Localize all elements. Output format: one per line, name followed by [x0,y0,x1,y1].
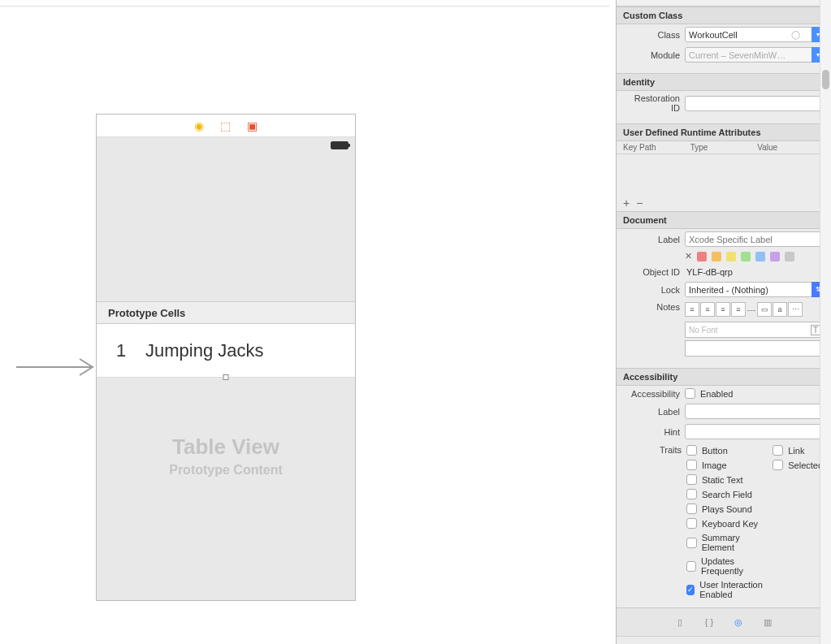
trait-image-checkbox[interactable] [686,460,697,470]
lock-select[interactable] [685,282,815,297]
udra-table[interactable] [617,154,831,195]
swatch-green[interactable] [741,252,751,261]
trait-uie-checkbox[interactable]: ✓ [686,585,695,595]
library-tab-object-icon[interactable]: ◎ [731,615,746,629]
inspector-scrollbar[interactable] [820,0,831,644]
section-accessibility: Accessibility [617,368,831,386]
udra-columns: Key Path Type Value [617,141,831,154]
ax-accessibility-label: Accessibility [623,389,680,399]
object-id-value: YLF-dB-qrp [685,267,733,277]
notes-text-field[interactable] [685,340,825,357]
ax-hint-input[interactable] [685,424,825,439]
inspector-panel: Custom Class Class ◯ ▾ Module ▾ Identity… [616,0,831,644]
device-frame[interactable]: ◉ ⬚ ▣ Prototype Cells 1 Jumping Jacks Ta… [96,114,356,601]
section-document: Document [617,211,831,229]
swatch-yellow[interactable] [726,252,736,261]
library-item-label[interactable]: Label Label - A variably sized amount of… [617,636,831,644]
module-label: Module [623,50,680,60]
class-label: Class [623,30,680,40]
library-tab-code-icon[interactable]: { } [702,615,716,629]
notes-a-icon[interactable]: a [773,302,787,317]
object-id-label: Object ID [623,267,680,277]
device-toolbar: ◉ ⬚ ▣ [97,115,355,137]
ax-label-label: Label [623,407,680,417]
tableview-subtitle: Prototype Content [97,463,355,478]
udra-add-button[interactable]: + [623,197,630,210]
udra-col-value: Value [757,143,825,152]
trait-button-checkbox[interactable] [686,445,697,456]
module-input[interactable] [685,47,815,63]
cell-number-label: 1 [97,340,145,361]
scene-icon-1[interactable]: ◉ [194,119,204,132]
cell-title-label: Jumping Jacks [145,340,264,361]
trait-updates-label: Updates Frequently [701,556,773,576]
section-custom-class: Custom Class [617,6,831,24]
battery-icon [331,141,348,149]
scrollbar-thumb[interactable] [822,70,829,89]
swatch-none-icon[interactable]: ✕ [685,251,692,261]
trait-keyboard-checkbox[interactable] [686,518,697,529]
trait-search-label: Search Field [702,490,752,499]
ax-traits-label: Traits [623,445,686,599]
scene-icon-3[interactable]: ▣ [247,119,258,132]
notes-more-icon[interactable]: ⋯ [788,302,803,317]
swatch-blue[interactable] [755,252,765,261]
ax-label-input[interactable] [685,404,825,419]
align-justify-icon[interactable]: ≡ [731,302,746,317]
tableview-placeholder: Table View Prototype Content [97,434,355,478]
section-udra: User Defined Runtime Attributes [617,123,831,141]
notes-label: Notes [623,302,680,312]
resize-handle[interactable] [223,374,229,380]
scene-icon-2[interactable]: ⬚ [220,119,231,132]
doc-label-label: Label [623,235,680,244]
trait-image-label: Image [702,460,727,470]
label-color-swatches[interactable]: ✕ [617,249,831,265]
align-center-icon[interactable]: ≡ [700,302,715,317]
trait-sound-label: Plays Sound [702,504,752,514]
ax-enabled-label: Enabled [700,389,733,399]
trait-static-text-checkbox[interactable] [686,474,697,485]
inspector-tabs[interactable] [617,0,831,6]
tableview-title: Table View [97,434,355,460]
notes-box-icon[interactable]: ▭ [757,302,772,317]
library-tab-media-icon[interactable]: ▥ [760,615,775,629]
notes-font-field[interactable]: No Font T [685,322,825,338]
trait-button-label: Button [702,446,728,456]
status-bar [97,137,355,153]
ax-hint-label: Hint [623,427,680,437]
trait-link-label: Link [788,446,804,456]
trait-link-checkbox[interactable] [773,445,783,456]
udra-col-keypath: Key Path [623,143,690,152]
ax-enabled-checkbox[interactable] [685,388,695,399]
trait-search-checkbox[interactable] [686,489,697,499]
notes-toolbar[interactable]: ≡ ≡ ≡ ≡ --- ▭ a ⋯ [685,302,825,317]
udra-remove-button[interactable]: − [636,197,643,210]
align-right-icon[interactable]: ≡ [716,302,730,317]
section-identity: Identity [617,73,831,91]
trait-selected-checkbox[interactable] [773,460,783,470]
swatch-red[interactable] [697,252,707,261]
swatch-orange[interactable] [712,252,721,261]
swatch-gray[interactable] [785,252,794,261]
lock-label: Lock [623,285,680,295]
trait-sound-checkbox[interactable] [686,504,697,514]
library-tab-file-icon[interactable]: ▯ [673,615,687,629]
clear-class-icon[interactable]: ◯ [791,30,800,39]
trait-summary-label: Summary Element [702,533,773,552]
doc-label-input[interactable] [685,231,825,247]
canvas-toolbar [0,0,609,6]
restoration-id-label: Restoration ID [623,93,680,113]
prototype-cell[interactable]: 1 Jumping Jacks [97,324,355,378]
trait-summary-checkbox[interactable] [686,538,697,548]
swatch-purple[interactable] [770,252,780,261]
trait-keyboard-label: Keyboard Key [702,519,758,529]
trait-static-text-label: Static Text [702,475,743,485]
library-tabs[interactable]: ▯ { } ◎ ▥ [617,607,831,636]
restoration-id-input[interactable] [685,96,825,111]
udra-col-type: Type [690,143,758,152]
trait-updates-checkbox[interactable] [686,561,696,572]
nofont-placeholder: No Font [689,326,718,335]
trait-selected-label: Selected [788,460,823,470]
align-left-icon[interactable]: ≡ [685,302,699,317]
canvas-area: ◉ ⬚ ▣ Prototype Cells 1 Jumping Jacks Ta… [0,0,609,644]
